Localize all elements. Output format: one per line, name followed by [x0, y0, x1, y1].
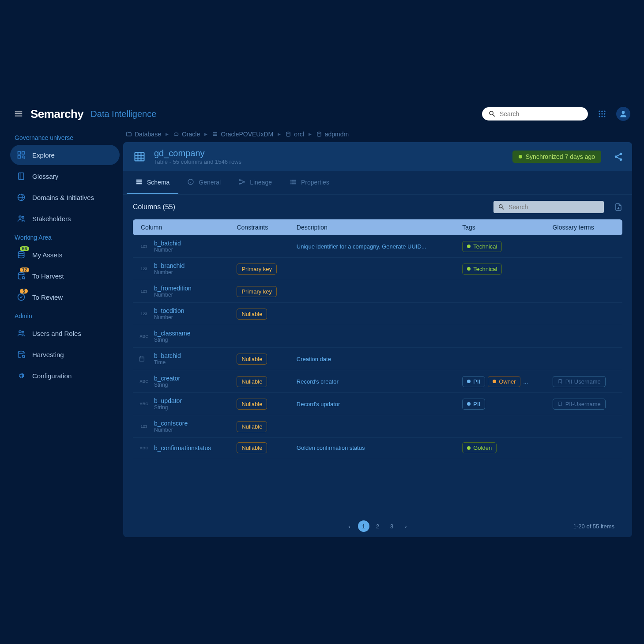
apps-icon[interactable] — [595, 107, 609, 121]
svg-point-5 — [604, 113, 605, 114]
breadcrumb-segment[interactable]: orcl — [285, 131, 304, 138]
glossary-chip[interactable]: PII-Username — [553, 399, 606, 410]
breadcrumb-segment[interactable]: Oracle — [173, 131, 200, 138]
sidebar-item-to-harvest[interactable]: To Harvest12 — [10, 266, 120, 286]
lineage-icon — [238, 178, 246, 186]
breadcrumb-segment[interactable]: Database — [126, 131, 161, 138]
column-description: Record's updator — [291, 393, 457, 415]
sidebar-item-explore[interactable]: Explore — [10, 145, 120, 165]
asset-header: gd_company Table - 55 columns and 1546 r… — [123, 142, 632, 171]
tab-general[interactable]: General — [178, 171, 230, 194]
global-search-input[interactable] — [500, 110, 582, 117]
table-row[interactable]: ABCb_classnameString — [133, 325, 622, 348]
tag-chip[interactable]: Owner — [488, 376, 520, 387]
column-name: b_fromedition — [154, 285, 192, 292]
search-icon — [488, 110, 496, 118]
sidebar-item-stakeholders[interactable]: Stakeholders — [10, 208, 120, 229]
tag-chip[interactable]: Golden — [462, 442, 497, 453]
table-row[interactable]: 123b_confscoreNumberNullable — [133, 415, 622, 438]
menu-icon[interactable] — [14, 109, 23, 119]
column-description — [291, 280, 457, 303]
column-header[interactable]: Tags — [457, 219, 547, 235]
pager-prev[interactable]: ‹ — [344, 520, 355, 532]
sidebar-badge: 5 — [20, 289, 28, 294]
svg-rect-11 — [22, 152, 25, 154]
schema-icon — [136, 178, 143, 186]
sidebar-item-glossary[interactable]: Glossary — [10, 166, 120, 186]
glossary-chip[interactable]: PII-Username — [553, 376, 606, 387]
avatar[interactable] — [616, 107, 630, 121]
review-icon — [16, 292, 26, 302]
columns-search-input[interactable] — [508, 203, 599, 211]
svg-point-4 — [601, 113, 603, 114]
sidebar-item-users-and-roles[interactable]: Users and Roles — [10, 323, 120, 343]
column-description — [291, 415, 457, 438]
column-header[interactable]: Column — [133, 219, 231, 235]
tag-chip[interactable]: Technical — [462, 264, 502, 275]
column-header[interactable]: Glossary terms — [547, 219, 622, 235]
table-row[interactable]: ABCb_creatorStringNullableRecord's creat… — [133, 370, 622, 393]
db-icon — [285, 131, 291, 137]
type-icon: 123 — [138, 312, 150, 316]
tab-schema[interactable]: Schema — [127, 171, 178, 194]
export-icon[interactable] — [614, 203, 622, 211]
sidebar-item-domains-initiatives[interactable]: Domains & Initiatives — [10, 187, 120, 207]
table-row[interactable]: ABCb_updatorStringNullableRecord's updat… — [133, 393, 622, 415]
table-row[interactable]: b_batchidTimeNullableCreation date — [133, 348, 622, 370]
column-name: b_classname — [154, 330, 191, 337]
svg-point-8 — [604, 116, 605, 117]
pager-page[interactable]: 2 — [372, 520, 384, 532]
pager-page[interactable]: 1 — [358, 520, 369, 532]
column-description: Record's creator — [291, 370, 457, 393]
tab-lineage[interactable]: Lineage — [230, 171, 281, 194]
column-name: b_branchid — [154, 262, 185, 269]
type-icon — [138, 355, 150, 362]
pager-next[interactable]: › — [400, 520, 412, 532]
svg-point-1 — [601, 111, 603, 112]
global-search[interactable] — [482, 107, 588, 121]
table-row[interactable]: 123b_fromeditionNumberPrimary key — [133, 280, 622, 303]
tag-chip[interactable]: PII — [462, 376, 485, 387]
breadcrumb-segment[interactable]: OraclePOVEUxDM — [212, 131, 273, 138]
breadcrumb-segment[interactable]: adpmdm — [316, 131, 349, 138]
table-row[interactable]: ABCb_confirmationstatusNullableGolden co… — [133, 438, 622, 458]
sidebar-item-configuration[interactable]: Configuration — [10, 365, 120, 386]
table-row[interactable]: 123b_batchidNumberUnique identifier for … — [133, 235, 622, 258]
constraint-chip: Nullable — [237, 376, 267, 387]
column-header[interactable]: Constraints — [231, 219, 291, 235]
svg-point-42 — [615, 155, 618, 158]
sidebar-item-label: Stakeholders — [32, 215, 71, 222]
svg-rect-46 — [136, 183, 142, 185]
columns-search[interactable] — [493, 201, 604, 213]
constraint-chip: Primary key — [237, 264, 277, 275]
column-header[interactable]: Description — [291, 219, 457, 235]
sidebar-item-harvesting[interactable]: Harvesting — [10, 344, 120, 365]
props-icon — [290, 178, 298, 186]
table-icon — [132, 149, 147, 164]
sidebar-item-to-review[interactable]: To Review5 — [10, 287, 120, 307]
column-type: Number — [154, 292, 192, 298]
pager-page[interactable]: 3 — [386, 520, 398, 532]
folder-icon — [126, 131, 132, 137]
svg-rect-36 — [135, 153, 144, 161]
table-row[interactable]: 123b_toeditionNumberNullable — [133, 303, 622, 325]
svg-rect-32 — [213, 134, 217, 135]
svg-line-14 — [24, 158, 25, 159]
svg-rect-54 — [292, 180, 296, 181]
oracle-icon — [173, 131, 179, 137]
table-row[interactable]: 123b_branchidNumberPrimary keyTechnical — [133, 258, 622, 280]
tag-chip[interactable]: PII — [462, 399, 485, 410]
harvesting-icon — [16, 350, 26, 359]
svg-point-9 — [622, 111, 625, 114]
share-icon[interactable] — [614, 152, 623, 162]
tag-chip[interactable]: Technical — [462, 241, 502, 252]
svg-point-7 — [601, 116, 603, 117]
more-tags[interactable]: ... — [523, 378, 528, 385]
tab-properties[interactable]: Properties — [281, 171, 338, 194]
columns-title: Columns (55) — [133, 203, 175, 211]
column-name: b_updator — [154, 397, 182, 404]
column-description — [291, 303, 457, 325]
sidebar-item-my-assets[interactable]: My Assets66 — [10, 245, 120, 265]
sidebar-item-label: Glossary — [32, 173, 58, 180]
sidebar-heading: Admin — [10, 308, 120, 322]
